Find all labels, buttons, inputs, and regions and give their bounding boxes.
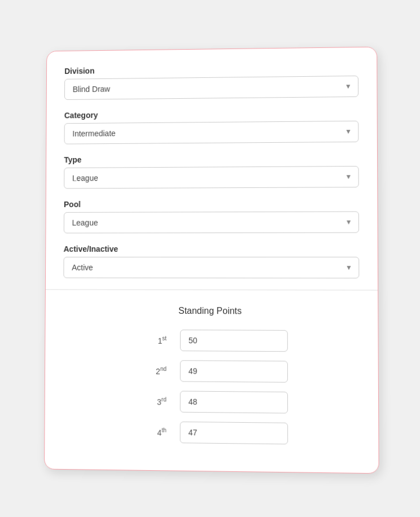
division-label: Division — [64, 63, 358, 75]
type-select[interactable]: League Tournament Casual — [64, 165, 359, 188]
rank-1-input[interactable] — [180, 330, 288, 352]
category-select[interactable]: Intermediate Beginner Advanced Expert — [64, 120, 359, 144]
active-inactive-select-wrapper: Active Inactive ▼ — [63, 256, 359, 278]
rank-2-input[interactable] — [180, 360, 288, 383]
rank-3-input[interactable] — [180, 391, 288, 413]
rank-1-row: 1st — [63, 329, 360, 352]
rank-3-label: 3rd — [133, 396, 167, 406]
category-group: Category Intermediate Beginner Advanced … — [64, 108, 359, 144]
type-group: Type League Tournament Casual ▼ — [64, 153, 359, 188]
rank-3-row: 3rd — [63, 389, 360, 414]
pool-label: Pool — [64, 199, 359, 209]
active-inactive-label: Active/Inactive — [64, 244, 360, 253]
main-card: Division Blind Draw Singles Doubles Team… — [44, 46, 379, 474]
standing-points-section: Standing Points 1st 2nd 3rd 4th — [45, 290, 379, 473]
rank-4-label: 4th — [133, 427, 167, 437]
rank-2-row: 2nd — [63, 359, 360, 383]
rank-4-input[interactable] — [180, 421, 288, 444]
pool-group: Pool League Pool A Pool B Pool C ▼ — [64, 199, 359, 233]
active-inactive-group: Active/Inactive Active Inactive ▼ — [63, 244, 359, 278]
form-section: Division Blind Draw Singles Doubles Team… — [46, 47, 378, 290]
rank-4-row: 4th — [63, 420, 360, 445]
pool-select[interactable]: League Pool A Pool B Pool C — [64, 211, 359, 233]
active-inactive-select[interactable]: Active Inactive — [63, 256, 359, 278]
rank-2-label: 2nd — [133, 365, 167, 375]
division-group: Division Blind Draw Singles Doubles Team… — [64, 63, 358, 99]
category-label: Category — [64, 108, 358, 120]
category-select-wrapper: Intermediate Beginner Advanced Expert ▼ — [64, 120, 359, 144]
division-select[interactable]: Blind Draw Singles Doubles Team — [64, 75, 358, 99]
division-select-wrapper: Blind Draw Singles Doubles Team ▼ — [64, 75, 358, 99]
type-label: Type — [64, 153, 358, 164]
type-select-wrapper: League Tournament Casual ▼ — [64, 165, 359, 188]
pool-select-wrapper: League Pool A Pool B Pool C ▼ — [64, 211, 359, 233]
rank-1-label: 1st — [133, 335, 167, 345]
standing-points-title: Standing Points — [63, 305, 360, 317]
